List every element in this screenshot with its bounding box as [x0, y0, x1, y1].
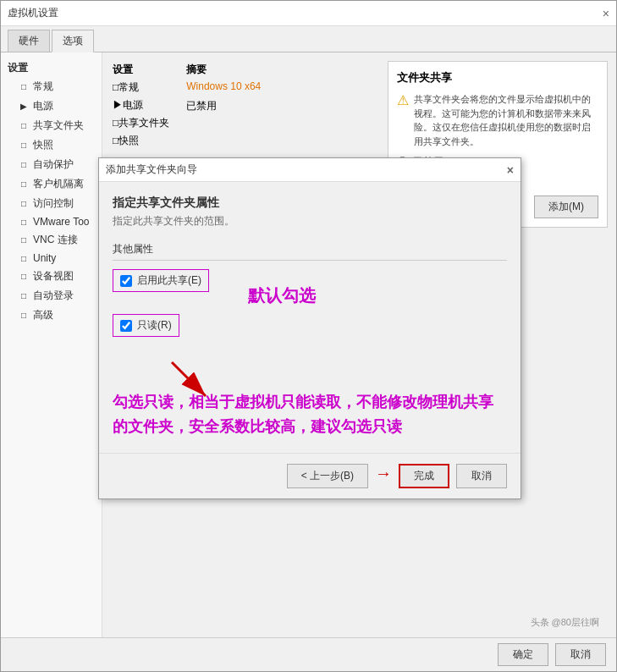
dialog-section-label: 其他属性 — [113, 242, 507, 261]
summary-label-settings: 设置 — [113, 63, 169, 77]
sidebar-item-label-snapshot: 快照 — [33, 138, 53, 152]
sidebar-item-label-vmware-tools: VMware Too — [33, 216, 89, 228]
warning-icon: ⚠ — [397, 92, 409, 148]
add-shared-folder-button[interactable]: 添加(M) — [534, 196, 598, 218]
sidebar-item-label-shared-folders: 共享文件夹 — [33, 118, 84, 133]
summary-right: 摘要 Windows 10 x64 已禁用 — [186, 63, 261, 148]
checkboxes-area: 启用此共享(E) 默认勾选 只读(R) — [113, 269, 507, 337]
sidebar-item-snapshot[interactable]: □ 快照 — [1, 135, 102, 155]
sidebar-item-label-autologin: 自动登录 — [33, 289, 74, 303]
dialog-heading: 指定共享文件夹属性 — [113, 196, 507, 211]
tab-hardware[interactable]: 硬件 — [8, 30, 50, 52]
main-close-button[interactable]: × — [603, 7, 609, 20]
advanced-icon: □ — [18, 311, 30, 320]
sidebar-item-label-general: 常规 — [33, 80, 53, 94]
watermark: 头条 @80层往啊 — [531, 616, 599, 629]
access-control-icon: □ — [18, 199, 30, 208]
dialog-title: 添加共享文件夹向导 — [106, 162, 197, 177]
summary-label-title: 摘要 — [186, 63, 261, 77]
checkbox-enable-share-label: 启用此共享(E) — [137, 273, 201, 288]
finish-button[interactable]: 完成 — [399, 464, 449, 488]
summary-label-power2: ▶电源 — [113, 98, 169, 113]
file-share-title: 文件夹共享 — [397, 70, 598, 85]
guest-isolation-icon: □ — [18, 179, 30, 189]
sidebar-item-autologin[interactable]: □ 自动登录 — [1, 286, 102, 306]
sidebar-item-vnc[interactable]: □ VNC 连接 — [1, 230, 102, 250]
checkbox-readonly-input[interactable] — [120, 320, 132, 332]
power-icon: ▶ — [18, 102, 30, 111]
summary-value-disabled: 已禁用 — [186, 99, 261, 113]
sidebar-item-label-guest-isolation: 客户机隔离 — [33, 177, 84, 191]
sidebar-item-shared-folders[interactable]: □ 共享文件夹 — [1, 116, 102, 135]
cancel-button[interactable]: 取消 — [555, 643, 606, 666]
sidebar-section-label: 设置 — [1, 59, 102, 77]
summary-left: 设置 □常规 ▶电源 □共享文件夹 □快照 — [113, 63, 169, 148]
summary-value-os: Windows 10 x64 — [186, 80, 261, 92]
annotation-main-text: 勾选只读，相当于虚拟机只能读取，不能修改物理机共享的文件夹，安全系数比较高，建议… — [113, 390, 507, 439]
sidebar-item-label-power: 电源 — [33, 99, 53, 113]
unity-icon: □ — [18, 254, 30, 263]
bottom-bar: 确定 取消 — [1, 637, 616, 671]
main-title-bar: 虚拟机设置 × — [1, 1, 616, 26]
sidebar-item-label-autoprotect: 自动保护 — [33, 157, 74, 172]
summary-label-general: □常规 — [113, 80, 169, 95]
vmware-tools-icon: □ — [18, 218, 30, 227]
add-shared-folder-dialog: 添加共享文件夹向导 × 指定共享文件夹属性 指定此共享文件夹的范围。 其他属性 … — [98, 157, 521, 499]
warning-area: ⚠ 共享文件夹会将您的文件显示给虚拟机中的视程。这可能为您的计算机和数据带来来风… — [397, 92, 598, 148]
sidebar-item-general[interactable]: □ 常规 — [1, 77, 102, 96]
sidebar-item-vmware-tools[interactable]: □ VMware Too — [1, 213, 102, 230]
summary-label-shared2: □共享文件夹 — [113, 116, 169, 130]
autoprotect-icon: □ — [18, 160, 30, 169]
checkbox-enable-share-input[interactable] — [120, 275, 132, 287]
dialog-close-button[interactable]: × — [507, 163, 514, 177]
vnc-icon: □ — [18, 235, 30, 245]
back-button[interactable]: < 上一步(B) — [287, 464, 368, 488]
checkbox-enable-share: 启用此共享(E) — [113, 269, 209, 292]
sidebar-item-access-control[interactable]: □ 访问控制 — [1, 194, 102, 213]
summary-label-snap2: □快照 — [113, 134, 169, 148]
dialog-footer: < 上一步(B) → 完成 取消 — [99, 453, 521, 498]
sidebar-item-label-advanced: 高级 — [33, 308, 53, 322]
sidebar-item-unity[interactable]: □ Unity — [1, 250, 102, 267]
dialog-title-bar: 添加共享文件夹向导 × — [99, 158, 521, 182]
sidebar: 设置 □ 常规 ▶ 电源 □ 共享文件夹 □ 快照 □ 自动保护 □ — [1, 52, 102, 638]
snapshot-icon: □ — [18, 140, 30, 150]
checkbox-readonly-label: 只读(R) — [137, 318, 172, 333]
dialog-cancel-button[interactable]: 取消 — [456, 464, 507, 488]
warning-text: 共享文件夹会将您的文件显示给虚拟机中的视程。这可能为您的计算机和数据带来来风险。… — [414, 92, 598, 148]
ok-button[interactable]: 确定 — [498, 643, 548, 666]
autologin-icon: □ — [18, 291, 30, 300]
sidebar-item-label-device-view: 设备视图 — [33, 269, 74, 284]
device-view-icon: □ — [18, 272, 30, 281]
annotation-default-label: 默认勾选 — [248, 284, 316, 307]
sidebar-item-guest-isolation[interactable]: □ 客户机隔离 — [1, 174, 102, 194]
sidebar-item-autoprotect[interactable]: □ 自动保护 — [1, 155, 102, 174]
tab-options[interactable]: 选项 — [52, 30, 94, 52]
dialog-subheading: 指定此共享文件夹的范围。 — [113, 214, 507, 229]
arrow-to-finish: → — [375, 464, 392, 488]
sidebar-item-power[interactable]: ▶ 电源 — [1, 96, 102, 116]
shared-folders-icon: □ — [18, 121, 30, 130]
sidebar-item-advanced[interactable]: □ 高级 — [1, 306, 102, 325]
main-window: 虚拟机设置 × 硬件 选项 设置 □ 常规 ▶ 电源 □ 共享文件夹 □ — [0, 0, 617, 672]
sidebar-item-label-vnc: VNC 连接 — [33, 233, 78, 247]
dialog-body: 指定共享文件夹属性 指定此共享文件夹的范围。 其他属性 启用此共享(E) 默认勾… — [99, 182, 521, 453]
checkbox-readonly: 只读(R) — [113, 314, 179, 337]
general-icon: □ — [18, 82, 30, 91]
tab-bar: 硬件 选项 — [1, 26, 616, 52]
sidebar-item-label-unity: Unity — [33, 252, 56, 264]
main-window-title: 虚拟机设置 — [8, 6, 58, 20]
sidebar-item-device-view[interactable]: □ 设备视图 — [1, 267, 102, 286]
sidebar-item-label-access-control: 访问控制 — [33, 196, 74, 211]
